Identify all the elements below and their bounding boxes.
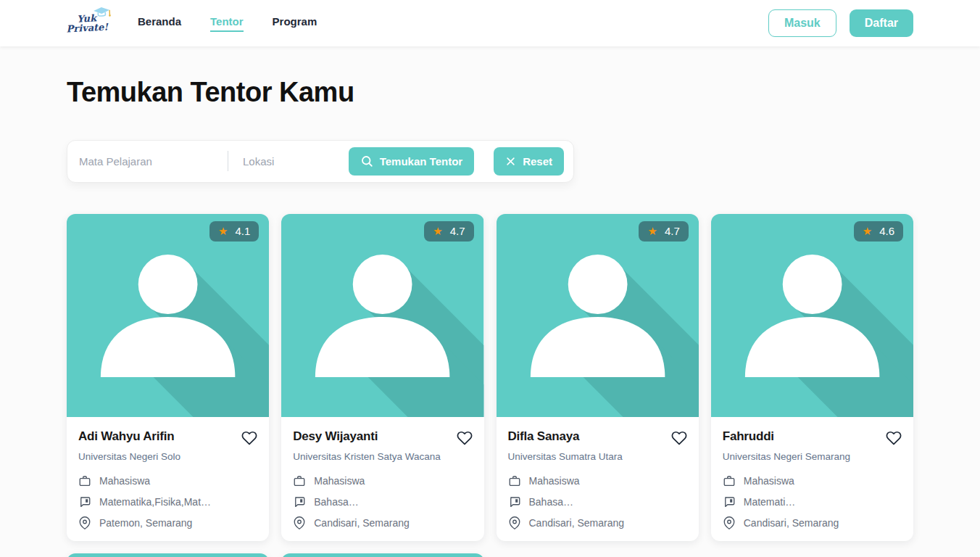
rating-value: 4.7 xyxy=(450,225,465,237)
tutor-occupation: Mahasiswa xyxy=(529,475,580,487)
subjects-row: Bahasa… xyxy=(508,495,687,508)
rating-badge: ★ 4.1 xyxy=(209,221,259,242)
find-tutor-button[interactable]: Temukan Tentor xyxy=(349,147,474,176)
tutor-occupation: Mahasiswa xyxy=(99,475,150,487)
person-silhouette-icon xyxy=(711,214,913,417)
graduation-cap-icon xyxy=(94,7,112,19)
tutor-card[interactable]: ★ 4.7 Difla Sanaya Universitas Sumatra U… xyxy=(497,214,699,541)
tutor-info: Adi Wahyu Arifin Universitas Negeri Solo… xyxy=(67,417,269,541)
tutor-location: Candisari, Semarang xyxy=(744,517,839,529)
person-silhouette-icon xyxy=(67,553,269,557)
heart-icon xyxy=(457,430,473,446)
location-pin-icon xyxy=(508,516,521,529)
occupation-row: Mahasiswa xyxy=(508,474,687,487)
tutor-university: Universitas Negeri Solo xyxy=(78,451,257,462)
search-bar: Temukan Tentor Reset xyxy=(67,140,574,183)
heart-icon xyxy=(671,430,687,446)
occupation-row: Mahasiswa xyxy=(293,474,472,487)
location-pin-icon xyxy=(723,516,736,529)
tutor-meta-list: Mahasiswa Matematika,Fisika,Mat… Patemon… xyxy=(78,474,257,529)
nav-item-tentor[interactable]: Tentor xyxy=(210,15,244,32)
subject-chat-icon xyxy=(508,495,521,508)
tutor-card[interactable]: ★ 4.1 Adi Wahyu Arifin Universitas Neger… xyxy=(67,214,269,541)
location-row: Patemon, Semarang xyxy=(78,516,257,529)
tutor-avatar: ★ 4.1 xyxy=(67,214,269,417)
person-silhouette-icon xyxy=(67,214,269,417)
briefcase-icon xyxy=(293,474,306,487)
find-tutor-label: Temukan Tentor xyxy=(380,155,462,168)
briefcase-icon xyxy=(723,474,736,487)
location-row: Candisari, Semarang xyxy=(723,516,902,529)
star-icon: ★ xyxy=(863,226,872,236)
tutor-info: Desy Wijayanti Universitas Kristen Satya… xyxy=(281,417,483,541)
tutor-subjects: Bahasa… xyxy=(529,496,573,508)
close-icon xyxy=(505,156,516,167)
favorite-button[interactable] xyxy=(457,430,473,448)
tutor-meta-list: Mahasiswa Matemati… Candisari, Semarang xyxy=(723,474,902,529)
tutor-meta-list: Mahasiswa Bahasa… Candisari, Semarang xyxy=(293,474,472,529)
tutor-card[interactable]: ★ 4.7 Desy Wijayanti Universitas Kristen… xyxy=(281,214,483,541)
main-nav: Beranda Tentor Program xyxy=(138,15,317,32)
star-icon: ★ xyxy=(218,226,228,236)
subject-input[interactable] xyxy=(79,155,228,168)
briefcase-icon xyxy=(78,474,91,487)
tutor-name: Desy Wijayanti xyxy=(293,429,378,444)
page-title: Temukan Tentor Kamu xyxy=(67,78,913,107)
subjects-row: Matemati… xyxy=(723,495,902,508)
tutor-avatar: ★ 4.7 xyxy=(281,214,483,417)
nav-item-beranda[interactable]: Beranda xyxy=(138,15,181,32)
occupation-row: Mahasiswa xyxy=(78,474,257,487)
reset-label: Reset xyxy=(523,155,552,168)
tutor-location: Candisari, Semarang xyxy=(529,517,625,529)
tutor-location: Patemon, Semarang xyxy=(99,517,192,529)
header: Yuk Private! Beranda Tentor Program Masu… xyxy=(0,0,980,46)
person-silhouette-icon xyxy=(281,553,483,557)
nav-item-program[interactable]: Program xyxy=(273,15,317,32)
star-icon: ★ xyxy=(647,226,657,236)
search-icon xyxy=(360,154,373,168)
location-input[interactable] xyxy=(243,155,344,168)
subject-chat-icon xyxy=(293,495,306,508)
brand-logo[interactable]: Yuk Private! xyxy=(66,13,107,34)
rating-value: 4.6 xyxy=(879,225,894,237)
tutor-university: Universitas Negeri Semarang xyxy=(723,451,902,462)
tutor-name: Difla Sanaya xyxy=(508,429,580,444)
subjects-row: Matematika,Fisika,Mat… xyxy=(78,495,257,508)
star-icon: ★ xyxy=(433,226,442,236)
tutor-university: Universitas Sumatra Utara xyxy=(508,451,687,462)
location-pin-icon xyxy=(293,516,306,529)
tutor-occupation: Mahasiswa xyxy=(314,475,365,487)
brand-line2: Private! xyxy=(66,22,108,33)
subjects-row: Bahasa… xyxy=(293,495,472,508)
tutor-meta-list: Mahasiswa Bahasa… Candisari, Semarang xyxy=(508,474,687,529)
tutor-subjects: Bahasa… xyxy=(314,496,358,508)
rating-badge: ★ 4.7 xyxy=(424,221,473,242)
tutor-card-partial[interactable] xyxy=(67,553,269,557)
tutor-name: Adi Wahyu Arifin xyxy=(78,429,174,444)
tutor-avatar xyxy=(67,553,269,557)
occupation-row: Mahasiswa xyxy=(723,474,902,487)
favorite-button[interactable] xyxy=(241,430,257,448)
tutor-grid-row2 xyxy=(67,553,913,557)
tutor-info: Fahruddi Universitas Negeri Semarang Mah… xyxy=(711,417,913,541)
tutor-info: Difla Sanaya Universitas Sumatra Utara M… xyxy=(497,417,699,541)
favorite-button[interactable] xyxy=(886,430,902,448)
reset-button[interactable]: Reset xyxy=(494,147,564,176)
tutor-occupation: Mahasiswa xyxy=(744,475,794,487)
subject-chat-icon xyxy=(78,495,91,508)
tutor-card[interactable]: ★ 4.6 Fahruddi Universitas Negeri Semara… xyxy=(711,214,913,541)
favorite-button[interactable] xyxy=(671,430,687,448)
tutor-name: Fahruddi xyxy=(723,429,774,444)
rating-badge: ★ 4.7 xyxy=(639,221,688,242)
heart-icon xyxy=(886,430,902,446)
tutor-avatar: ★ 4.7 xyxy=(497,214,699,417)
tutor-card-partial[interactable] xyxy=(281,553,483,557)
heart-icon xyxy=(241,430,257,446)
tutor-avatar: ★ 4.6 xyxy=(711,214,913,417)
tutor-location: Candisari, Semarang xyxy=(314,517,410,529)
person-silhouette-icon xyxy=(281,214,483,417)
login-button[interactable]: Masuk xyxy=(768,9,836,37)
tutor-subjects: Matemati… xyxy=(744,496,796,508)
tutor-university: Universitas Kristen Satya Wacana xyxy=(293,451,472,462)
register-button[interactable]: Daftar xyxy=(850,9,913,37)
